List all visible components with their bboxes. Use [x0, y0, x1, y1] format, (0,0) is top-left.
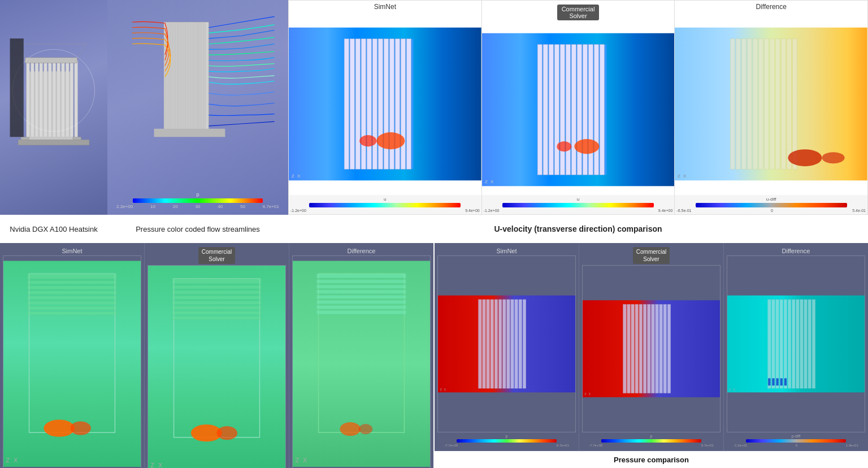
svg-rect-137 [494, 300, 498, 388]
svg-rect-122 [317, 285, 406, 288]
svg-rect-31 [190, 22, 192, 132]
v-diff-viz: Z X [292, 255, 431, 468]
svg-rect-13 [66, 60, 69, 137]
svg-line-18 [77, 44, 86, 58]
svg-rect-148 [623, 304, 626, 393]
svg-rect-171 [800, 300, 804, 388]
v-simnet-viz: Z X [3, 255, 141, 468]
u-diff-cb-ticks: -6.5e-01 0 5.4e-01 [676, 209, 866, 213]
p-commercial-label-wrap: CommercialSolver [632, 246, 671, 265]
svg-rect-76 [742, 39, 747, 169]
svg-rect-106 [172, 279, 262, 284]
p-simnet-colorbar [457, 439, 556, 443]
svg-rect-172 [804, 300, 808, 388]
p-simnet-panel: SimNet [435, 243, 579, 451]
p-simnet-viz: Z X [437, 255, 576, 432]
svg-rect-156 [656, 304, 659, 393]
svg-rect-176 [772, 378, 774, 385]
p-commercial-panel: CommercialSolver [579, 243, 724, 451]
svg-rect-92 [28, 274, 117, 279]
cb-max: 6.7e+01 [263, 204, 279, 209]
svg-rect-155 [652, 304, 655, 393]
u-simnet-colorbar [309, 203, 461, 207]
svg-rect-79 [759, 39, 763, 169]
p-diff-colorbar-area: p-diff -1.2e+01 0 1.9e+01 [727, 432, 865, 448]
heatsink-caption: Nvidia DGX A100 Heatsink [0, 222, 107, 236]
svg-rect-144 [523, 300, 526, 388]
svg-rect-32 [193, 22, 196, 132]
v-commercial-viz: Z X [147, 265, 286, 468]
svg-rect-4 [27, 60, 30, 137]
svg-rect-44 [372, 39, 377, 169]
svg-rect-81 [770, 39, 775, 169]
svg-point-51 [376, 132, 405, 149]
svg-rect-35 [203, 22, 206, 132]
svg-text:Z: Z [678, 174, 680, 179]
svg-rect-120 [317, 274, 406, 278]
svg-rect-78 [753, 39, 758, 169]
svg-rect-16 [25, 58, 77, 63]
p-commercial-colorbar [601, 439, 701, 443]
svg-rect-151 [635, 304, 639, 393]
svg-rect-159 [667, 304, 671, 393]
svg-rect-150 [631, 304, 635, 393]
svg-rect-30 [187, 22, 189, 132]
svg-text:X: X [14, 457, 18, 463]
svg-rect-43 [367, 39, 371, 169]
p-commercial-label: CommercialSolver [633, 247, 670, 264]
svg-rect-66 [588, 45, 593, 175]
svg-rect-175 [768, 378, 770, 385]
svg-text:X: X [297, 174, 301, 179]
pressure-section: SimNet [435, 243, 868, 468]
svg-text:Z: Z [730, 388, 731, 391]
pressure-panels: SimNet [435, 243, 868, 451]
svg-rect-158 [663, 304, 667, 393]
svg-rect-166 [780, 300, 783, 388]
svg-point-87 [822, 152, 845, 163]
pressure-panel: p 2.2e+00 10 20 30 40 50 6.7e+01 [107, 0, 288, 215]
svg-rect-174 [812, 300, 815, 388]
svg-rect-170 [796, 300, 800, 388]
pressure-caption: Pressure color coded flow streamlines [107, 222, 288, 236]
svg-rect-136 [491, 300, 494, 388]
v-diff-panel: Difference [289, 243, 433, 468]
svg-rect-77 [748, 39, 752, 169]
svg-rect-21 [10, 38, 24, 137]
u-commercial-label-wrap: CommercialSolver [482, 1, 675, 24]
p-diff-cb-label: p-diff [734, 434, 858, 438]
svg-rect-8 [44, 60, 47, 137]
svg-rect-95 [28, 291, 117, 294]
svg-rect-135 [487, 300, 490, 388]
u-commercial-label: CommercialSolver [557, 5, 600, 20]
svg-point-129 [359, 424, 372, 434]
u-simnet-viz: Z X [289, 13, 481, 195]
svg-rect-125 [317, 300, 406, 304]
u-commercial-colorbar [502, 203, 654, 207]
svg-rect-167 [784, 300, 787, 388]
svg-rect-168 [788, 300, 791, 388]
u-simnet-panel: SimNet [289, 1, 482, 214]
svg-rect-26 [173, 22, 176, 132]
svg-rect-10 [53, 60, 56, 137]
svg-rect-138 [498, 300, 502, 388]
p-simnet-cb-label: p [444, 434, 569, 438]
svg-rect-113 [172, 317, 262, 320]
svg-rect-82 [776, 39, 780, 169]
u-simnet-cb-ticks: -1.2e+00 9.4e+00 [290, 209, 480, 213]
svg-rect-139 [502, 300, 506, 388]
svg-rect-36 [154, 129, 225, 137]
pressure-colorbar [133, 198, 263, 203]
svg-rect-67 [594, 45, 598, 175]
svg-rect-74 [731, 39, 735, 169]
u-diff-colorbar [696, 203, 847, 207]
svg-rect-173 [808, 300, 811, 388]
u-diff-cb-label: u-diff [676, 197, 866, 202]
svg-rect-164 [772, 300, 775, 388]
svg-text:Z: Z [6, 457, 10, 463]
svg-point-128 [340, 422, 361, 436]
svg-rect-42 [361, 39, 366, 169]
svg-rect-111 [172, 306, 262, 309]
svg-rect-40 [350, 39, 354, 169]
svg-rect-27 [177, 22, 179, 132]
svg-rect-45 [378, 39, 383, 169]
